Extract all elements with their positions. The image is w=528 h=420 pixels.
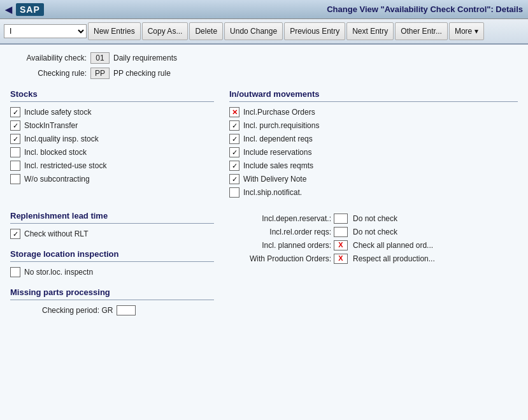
incl-rel-order-reqs-input[interactable] — [334, 227, 348, 237]
undo-change-button[interactable]: Undo Change — [224, 22, 283, 40]
with-production-orders-input[interactable]: X — [334, 254, 348, 264]
incl-rel-order-reqs-desc: Do not check — [353, 228, 397, 236]
other-entries-button[interactable]: Other Entr... — [395, 22, 448, 40]
bottom-sections: Replenishment lead time ✓ Check without … — [10, 201, 518, 315]
incl-quality-insp-label: Incl.quality insp. stock — [24, 134, 99, 143]
availability-check-row: Availability check: 01 Daily requirement… — [10, 52, 518, 64]
list-item: No stor.loc. inspectn — [10, 267, 214, 277]
bottom-left: Replenishment lead time ✓ Check without … — [10, 201, 214, 315]
include-safety-stock-label: Include safety stock — [24, 108, 91, 117]
title-bar: ◀ SAP Change View "Availability Check Co… — [0, 0, 528, 19]
wo-subcontracting-label: W/o subcontracting — [24, 175, 90, 184]
list-item: ✓ Check without RLT — [10, 229, 214, 239]
incl-dependent-reqs-checkbox[interactable]: ✓ — [229, 134, 239, 144]
availability-check-label: Availability check: — [10, 54, 87, 62]
check-without-rlt-label: Check without RLT — [24, 229, 88, 238]
replenishment-title: Replenishment lead time — [10, 211, 214, 224]
inoutward-title: In/outward movements — [229, 89, 518, 102]
list-item: ✓ StockInTransfer — [10, 120, 214, 131]
with-production-orders-label: With Production Orders: — [229, 254, 331, 263]
more-button[interactable]: More ▾ — [449, 22, 484, 40]
with-delivery-note-checkbox[interactable]: ✓ — [229, 174, 239, 184]
new-entries-button[interactable]: New Entries — [88, 22, 141, 40]
incl-blocked-stock-label: Incl. blocked stock — [24, 148, 87, 157]
incl-planned-orders-input[interactable]: X — [334, 240, 348, 250]
main-content: Availability check: 01 Daily requirement… — [0, 45, 528, 420]
checking-period-label: Checking period: GR — [42, 306, 113, 315]
incl-ship-notificat-checkbox[interactable] — [229, 187, 239, 198]
storage-title: Storage location inspection — [10, 249, 214, 262]
incl-planned-orders-label: Incl. planned orders: — [229, 241, 331, 250]
checking-period-input[interactable] — [117, 305, 136, 315]
page-title: Change View "Availability Check Control"… — [327, 4, 523, 14]
replenishment-section: Replenishment lead time ✓ Check without … — [10, 211, 214, 239]
replenishment-right-fields: Incl.depen.reservat.: Do not check Incl.… — [229, 201, 518, 315]
include-reservations-checkbox[interactable]: ✓ — [229, 147, 239, 157]
incl-rel-order-reqs-label: Incl.rel.order reqs: — [229, 228, 331, 236]
incl-purch-requisitions-label: Incl. purch.requisitions — [243, 121, 319, 130]
storage-section: Storage location inspection No stor.loc.… — [10, 249, 214, 277]
no-stor-loc-inspectn-checkbox[interactable] — [10, 267, 20, 277]
wo-subcontracting-checkbox[interactable] — [10, 174, 20, 184]
availability-check-code: 01 — [90, 52, 110, 64]
delete-button[interactable]: Delete — [189, 22, 223, 40]
stock-in-transfer-label: StockInTransfer — [24, 121, 78, 130]
title-bar-left: ◀ SAP — [5, 3, 44, 16]
checking-rule-desc: PP checking rule — [113, 69, 171, 78]
incl-depen-reservat-row: Incl.depen.reservat.: Do not check — [229, 214, 518, 224]
list-item: ✓ Include safety stock — [10, 107, 214, 117]
incl-purchase-orders-checkbox[interactable]: ✕ — [229, 107, 239, 117]
toolbar: I New Entries Copy As... Delete Undo Cha… — [0, 19, 528, 45]
list-item: Incl. blocked stock — [10, 147, 214, 157]
incl-purch-requisitions-checkbox[interactable]: ✓ — [229, 120, 239, 131]
incl-dependent-reqs-label: Incl. dependent reqs — [243, 134, 313, 143]
incl-planned-orders-desc: Check all planned ord... — [353, 241, 433, 250]
previous-entry-button[interactable]: Previous Entry — [284, 22, 345, 40]
checking-rule-row: Checking rule: PP PP checking rule — [10, 68, 518, 79]
list-item: ✓ Include sales reqmts — [229, 161, 518, 171]
no-stor-loc-inspectn-label: No stor.loc. inspectn — [24, 268, 93, 277]
incl-restricted-use-checkbox[interactable] — [10, 161, 20, 171]
list-item: ✓ Incl. dependent reqs — [229, 134, 518, 144]
include-reservations-label: Include reservations — [243, 148, 311, 157]
include-safety-stock-checkbox[interactable]: ✓ — [10, 107, 20, 117]
checking-rule-label: Checking rule: — [10, 69, 87, 78]
check-without-rlt-checkbox[interactable]: ✓ — [10, 229, 20, 239]
incl-planned-orders-row: Incl. planned orders: X Check all planne… — [229, 240, 518, 250]
with-production-orders-row: With Production Orders: X Respect all pr… — [229, 254, 518, 264]
inoutward-section: In/outward movements ✕ Incl.Purchase Ord… — [229, 89, 518, 201]
list-item: W/o subcontracting — [10, 174, 214, 184]
stock-in-transfer-checkbox[interactable]: ✓ — [10, 120, 20, 131]
next-entry-button[interactable]: Next Entry — [346, 22, 394, 40]
incl-depen-reservat-label: Incl.depen.reservat.: — [229, 214, 331, 223]
list-item: ✓ Incl.quality insp. stock — [10, 134, 214, 144]
incl-rel-order-reqs-row: Incl.rel.order reqs: Do not check — [229, 227, 518, 237]
missing-title: Missing parts processing — [10, 287, 214, 300]
include-sales-reqmts-checkbox[interactable]: ✓ — [229, 161, 239, 171]
list-item: Incl. restricted-use stock — [10, 161, 214, 171]
incl-depen-reservat-desc: Do not check — [353, 214, 397, 223]
toolbar-select[interactable]: I — [4, 24, 87, 38]
incl-depen-reservat-input[interactable] — [334, 214, 348, 224]
form-header: Availability check: 01 Daily requirement… — [10, 52, 518, 79]
with-production-orders-desc: Respect all production... — [353, 254, 435, 263]
checking-rule-code: PP — [90, 68, 110, 79]
checking-period-row: Checking period: GR — [10, 305, 214, 315]
sections-container: Stocks ✓ Include safety stock ✓ StockInT… — [10, 89, 518, 201]
copy-as-button[interactable]: Copy As... — [142, 22, 189, 40]
list-item: ✓ Include reservations — [229, 147, 518, 157]
sap-logo: SAP — [16, 3, 44, 16]
incl-restricted-use-label: Incl. restricted-use stock — [24, 161, 106, 170]
stocks-section: Stocks ✓ Include safety stock ✓ StockInT… — [10, 89, 214, 201]
list-item: ✓ Incl. purch.requisitions — [229, 120, 518, 131]
missing-section: Missing parts processing Checking period… — [10, 287, 214, 315]
list-item: Incl.ship.notificat. — [229, 187, 518, 198]
incl-ship-notificat-label: Incl.ship.notificat. — [243, 188, 302, 197]
availability-check-desc: Daily requirements — [113, 54, 177, 62]
incl-blocked-stock-checkbox[interactable] — [10, 147, 20, 157]
include-sales-reqmts-label: Include sales reqmts — [243, 161, 313, 170]
back-button[interactable]: ◀ — [5, 4, 12, 15]
incl-purchase-orders-label: Incl.Purchase Orders — [243, 108, 315, 117]
list-item: ✕ Incl.Purchase Orders — [229, 107, 518, 117]
incl-quality-insp-checkbox[interactable]: ✓ — [10, 134, 20, 144]
